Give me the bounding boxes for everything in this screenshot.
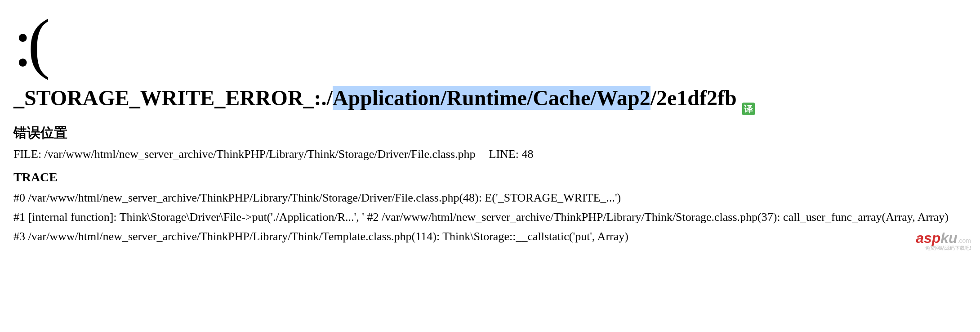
watermark-red: asp <box>916 230 940 246</box>
error-highlighted-path: Application/Runtime/Cache/Wap2 <box>333 86 650 110</box>
line-label: LINE: <box>489 148 522 161</box>
watermark: aspku.com 免费网站源码下载吧! <box>916 230 971 251</box>
location-heading: 错误位置 <box>13 124 967 142</box>
error-title: _STORAGE_WRITE_ERROR_:./Application/Runt… <box>13 85 967 110</box>
file-label: FILE: <box>13 148 45 161</box>
sad-face-icon: :( <box>13 9 967 76</box>
trace-line: #3 /var/www/html/new_server_archive/Thin… <box>13 228 967 245</box>
trace-line: #1 [internal function]: Think\Storage\Dr… <box>13 208 967 226</box>
line-number: 48 <box>521 148 533 161</box>
watermark-suffix: .com <box>958 237 971 244</box>
file-line-info: FILE: /var/www/html/new_server_archive/T… <box>13 148 967 161</box>
file-path: /var/www/html/new_server_archive/ThinkPH… <box>45 148 476 161</box>
translate-badge[interactable]: 译 <box>742 103 755 115</box>
error-suffix: /2e1df2fb <box>650 86 737 110</box>
error-prefix: _STORAGE_WRITE_ERROR_:./ <box>13 86 333 110</box>
trace-heading: TRACE <box>13 170 967 184</box>
watermark-brand: aspku.com <box>916 230 971 247</box>
watermark-gray: ku <box>940 230 957 246</box>
trace-line: #0 /var/www/html/new_server_archive/Thin… <box>13 189 967 206</box>
